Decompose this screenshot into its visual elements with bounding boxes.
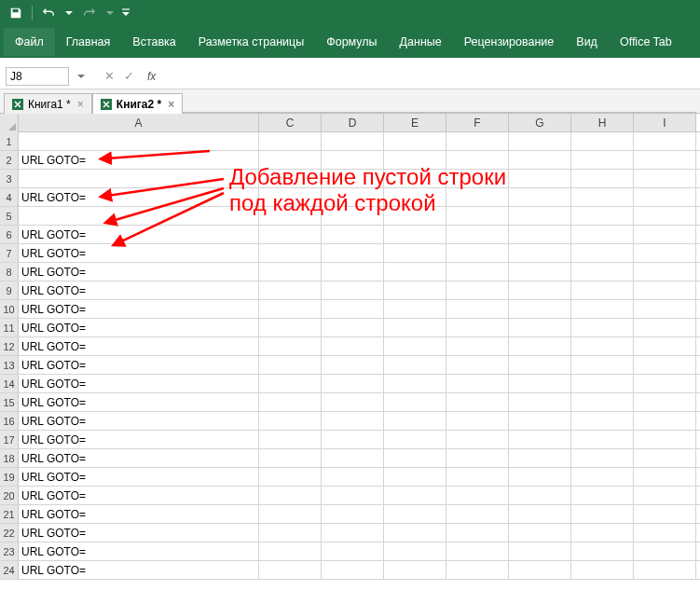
cell[interactable] bbox=[571, 151, 634, 169]
cell[interactable] bbox=[634, 244, 696, 262]
cell[interactable] bbox=[509, 300, 571, 318]
cell[interactable] bbox=[446, 319, 509, 336]
cell[interactable] bbox=[322, 207, 384, 225]
column-header[interactable]: C bbox=[259, 114, 322, 131]
cell[interactable] bbox=[634, 263, 696, 281]
cell[interactable] bbox=[259, 561, 322, 579]
undo-dropdown-icon[interactable] bbox=[64, 3, 74, 23]
cell[interactable]: URL GOTO= bbox=[19, 505, 259, 523]
cell[interactable] bbox=[259, 263, 322, 281]
cell[interactable] bbox=[446, 356, 509, 374]
cell[interactable] bbox=[446, 151, 509, 169]
cell[interactable] bbox=[322, 244, 384, 262]
cell[interactable] bbox=[446, 505, 509, 523]
cell[interactable] bbox=[634, 356, 696, 374]
cell[interactable] bbox=[634, 375, 696, 392]
cell[interactable] bbox=[446, 542, 509, 560]
cell[interactable] bbox=[259, 319, 322, 336]
cell[interactable] bbox=[446, 561, 509, 579]
row-header[interactable]: 15 bbox=[0, 393, 19, 411]
cell[interactable] bbox=[384, 319, 446, 336]
name-box[interactable]: J8 bbox=[6, 67, 69, 86]
cell[interactable] bbox=[384, 412, 446, 430]
cell[interactable] bbox=[259, 449, 322, 467]
cell[interactable]: URL GOTO= bbox=[19, 226, 259, 243]
cell[interactable] bbox=[509, 487, 571, 504]
cell[interactable]: URL GOTO= bbox=[19, 561, 259, 579]
cell[interactable] bbox=[446, 244, 509, 262]
cell[interactable] bbox=[384, 263, 446, 281]
cell[interactable]: URL GOTO= bbox=[19, 356, 259, 374]
cell[interactable]: URL GOTO= bbox=[19, 524, 259, 542]
close-icon[interactable]: × bbox=[77, 98, 84, 111]
cell[interactable] bbox=[509, 226, 571, 243]
cell[interactable] bbox=[509, 468, 571, 486]
cell[interactable] bbox=[634, 449, 696, 467]
cell[interactable] bbox=[322, 226, 384, 243]
cell[interactable] bbox=[446, 393, 509, 411]
tab-review[interactable]: Рецензирование bbox=[453, 28, 566, 56]
cell[interactable] bbox=[571, 244, 634, 262]
cell[interactable]: URL GOTO= bbox=[19, 319, 259, 336]
cell[interactable] bbox=[571, 207, 634, 225]
redo-icon[interactable] bbox=[79, 3, 100, 23]
cell[interactable] bbox=[259, 226, 322, 243]
cell[interactable] bbox=[634, 188, 696, 206]
cell[interactable] bbox=[571, 188, 634, 206]
cell[interactable]: URL GOTO= bbox=[19, 151, 259, 169]
cell[interactable] bbox=[322, 281, 384, 299]
cell[interactable] bbox=[322, 356, 384, 374]
cell[interactable] bbox=[571, 375, 634, 392]
cell[interactable] bbox=[446, 431, 509, 448]
cell[interactable]: URL GOTO= bbox=[19, 412, 259, 430]
cell[interactable] bbox=[384, 226, 446, 243]
cell[interactable] bbox=[384, 207, 446, 225]
row-header[interactable]: 10 bbox=[0, 300, 19, 318]
cell[interactable] bbox=[259, 281, 322, 299]
cell[interactable] bbox=[446, 375, 509, 392]
cell[interactable] bbox=[509, 263, 571, 281]
tab-file[interactable]: Файл bbox=[4, 28, 55, 56]
cell[interactable] bbox=[634, 281, 696, 299]
cell[interactable] bbox=[509, 151, 571, 169]
cell[interactable] bbox=[509, 393, 571, 411]
row-header[interactable]: 22 bbox=[0, 524, 19, 542]
cell[interactable] bbox=[259, 170, 322, 187]
cell[interactable] bbox=[571, 319, 634, 336]
row-header[interactable]: 2 bbox=[0, 151, 19, 169]
tab-view[interactable]: Вид bbox=[565, 28, 609, 56]
cell[interactable] bbox=[509, 431, 571, 448]
cell[interactable] bbox=[19, 207, 259, 225]
cell[interactable] bbox=[19, 132, 259, 150]
cell[interactable] bbox=[384, 300, 446, 318]
row-header[interactable]: 4 bbox=[0, 188, 19, 206]
redo-dropdown-icon[interactable] bbox=[105, 3, 115, 23]
cell[interactable] bbox=[509, 170, 571, 187]
cell[interactable] bbox=[384, 188, 446, 206]
cell[interactable] bbox=[509, 244, 571, 262]
cell[interactable] bbox=[259, 524, 322, 542]
column-header[interactable]: A bbox=[19, 114, 259, 131]
cell[interactable] bbox=[634, 393, 696, 411]
cell[interactable] bbox=[322, 132, 384, 150]
cell[interactable] bbox=[446, 337, 509, 355]
cell[interactable]: URL GOTO= bbox=[19, 431, 259, 448]
row-header[interactable]: 8 bbox=[0, 263, 19, 281]
cell[interactable] bbox=[259, 487, 322, 504]
cell[interactable]: URL GOTO= bbox=[19, 300, 259, 318]
cell[interactable] bbox=[571, 487, 634, 504]
cell[interactable] bbox=[634, 431, 696, 448]
cell[interactable] bbox=[322, 337, 384, 355]
cell[interactable] bbox=[384, 487, 446, 504]
tab-formulas[interactable]: Формулы bbox=[315, 28, 388, 56]
cell[interactable] bbox=[384, 132, 446, 150]
cell[interactable] bbox=[259, 188, 322, 206]
cell[interactable] bbox=[384, 468, 446, 486]
row-header[interactable]: 23 bbox=[0, 542, 19, 560]
cell[interactable] bbox=[634, 468, 696, 486]
cell[interactable] bbox=[571, 132, 634, 150]
cell[interactable] bbox=[384, 375, 446, 392]
cell[interactable] bbox=[322, 319, 384, 336]
cell[interactable] bbox=[634, 542, 696, 560]
cell[interactable]: URL GOTO= bbox=[19, 468, 259, 486]
